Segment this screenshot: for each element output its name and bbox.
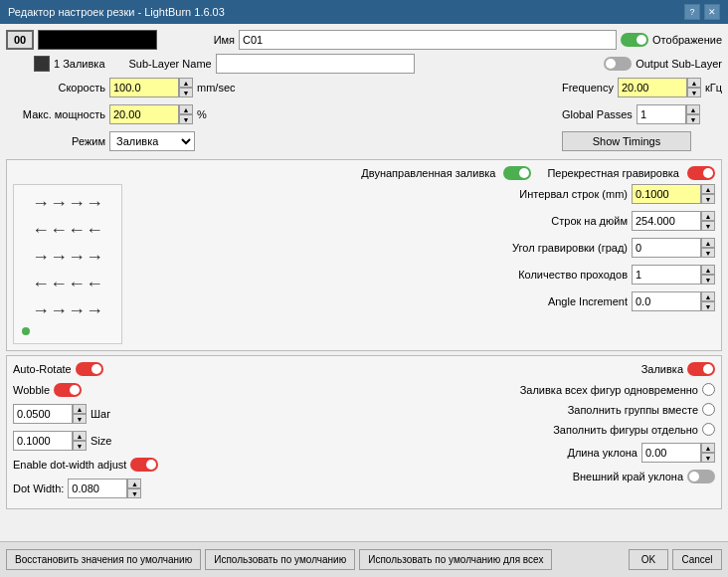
sublayer-row: 1 Заливка Sub-Layer Name Output Sub-Laye… — [6, 54, 722, 74]
fill-params: Интервал строк (mm) ▲ ▼ Строк на дюйм — [130, 184, 715, 344]
interval-row: Интервал строк (mm) ▲ ▼ — [130, 184, 715, 204]
fill-toggle-row: Заливка — [372, 362, 715, 376]
power-up[interactable]: ▲ — [179, 104, 193, 114]
crosshatch-toggle[interactable] — [687, 166, 715, 180]
dot-width-up[interactable]: ▲ — [127, 479, 141, 488]
power-row: Макс. мощность ▲ ▼ % — [6, 104, 236, 124]
power-label: Макс. мощность — [6, 108, 105, 120]
help-button[interactable]: ? — [684, 4, 700, 20]
global-passes-input[interactable] — [637, 104, 686, 124]
fill-group-radio[interactable] — [702, 403, 715, 416]
outer-edge-toggle[interactable] — [687, 470, 715, 483]
step-input[interactable] — [13, 404, 73, 424]
ramp-up[interactable]: ▲ — [701, 443, 715, 453]
fill-toggle[interactable] — [687, 362, 715, 376]
dot-width-input[interactable] — [68, 479, 127, 498]
step-row: ▲ ▼ Шаг — [13, 404, 356, 424]
ramp-input[interactable] — [641, 443, 701, 463]
size-row: ▲ ▼ Size — [13, 431, 356, 451]
angle-label: Угол гравировки (град) — [130, 242, 628, 254]
angle-down[interactable]: ▼ — [701, 248, 715, 258]
ramp-row: Длина уклона ▲ ▼ — [372, 443, 715, 463]
advanced-right: Заливка Заливка всех фигур одновременно … — [372, 362, 715, 502]
display-toggle[interactable] — [621, 33, 648, 47]
cancel-button[interactable]: Cancel — [672, 549, 722, 570]
fill-passes-down[interactable]: ▼ — [701, 275, 715, 285]
passes-down[interactable]: ▼ — [686, 114, 700, 124]
angle-input[interactable] — [632, 238, 701, 258]
angle-up[interactable]: ▲ — [701, 238, 715, 248]
freq-label: Frequency — [562, 82, 614, 94]
speed-unit: mm/sec — [197, 82, 236, 94]
fill-group-row: Заполнить группы вместе — [372, 403, 715, 416]
angle-incr-row: Angle Increment ▲ ▼ — [130, 291, 715, 311]
dot-width-down[interactable]: ▼ — [127, 488, 141, 498]
lpi-up[interactable]: ▲ — [701, 211, 715, 221]
interval-down[interactable]: ▼ — [701, 194, 715, 204]
close-button[interactable]: ✕ — [704, 4, 720, 20]
interval-up[interactable]: ▲ — [701, 184, 715, 194]
fill-passes-up[interactable]: ▲ — [701, 265, 715, 275]
freq-input-wrap: ▲ ▼ — [618, 78, 701, 97]
outer-edge-label: Внешний край уклона — [573, 471, 683, 482]
arrow-4: ←←←← — [32, 274, 103, 294]
fill-all-radio[interactable] — [702, 383, 715, 396]
reset-button[interactable]: Восстановить значения по умолчанию — [6, 549, 201, 570]
passes-label: Количество проходов — [130, 269, 628, 281]
enable-dot-label: Enable dot-width adjust — [13, 459, 126, 471]
ramp-down[interactable]: ▼ — [701, 453, 715, 463]
arrow-1: →→→→ — [32, 193, 103, 214]
lpi-input[interactable] — [632, 211, 701, 231]
fill-sep-radio[interactable] — [702, 423, 715, 436]
output-sublayer-toggle[interactable] — [604, 57, 632, 71]
speed-up[interactable]: ▲ — [179, 78, 193, 88]
size-input[interactable] — [13, 431, 73, 451]
show-timings-button[interactable]: Show Timings — [562, 131, 691, 151]
ramp-label: Длина уклона — [372, 447, 637, 459]
power-down[interactable]: ▼ — [179, 114, 193, 124]
angle-incr-down[interactable]: ▼ — [701, 301, 715, 311]
freq-unit: кГц — [705, 82, 722, 94]
fill-sep-row: Заполнить фигуры отдельно — [372, 423, 715, 436]
enable-dot-toggle[interactable] — [130, 458, 158, 472]
color-swatch[interactable] — [38, 30, 157, 50]
freq-input[interactable] — [618, 78, 687, 97]
auto-rotate-toggle[interactable] — [76, 362, 103, 376]
speed-input[interactable] — [109, 78, 179, 97]
mode-select[interactable]: Заливка — [109, 131, 195, 151]
arrow-2: ←←←← — [32, 220, 103, 241]
step-down[interactable]: ▼ — [73, 414, 87, 424]
fill-section: Двунаправленная заливка Перекрестная гра… — [6, 159, 722, 351]
angle-incr-up[interactable]: ▲ — [701, 291, 715, 301]
fill-all-row: Заливка всех фигур одновременно — [372, 383, 715, 396]
power-input[interactable] — [109, 104, 179, 124]
params-row: Скорость ▲ ▼ mm/sec Макс. мощность ▲ ▼ — [6, 78, 722, 155]
global-passes-label: Global Passes — [562, 108, 633, 120]
use-button[interactable]: Использовать по умолчанию — [205, 549, 355, 570]
speed-down[interactable]: ▼ — [179, 88, 193, 97]
size-down[interactable]: ▼ — [73, 441, 87, 451]
bidir-toggle[interactable] — [503, 166, 531, 180]
ok-button[interactable]: OK — [629, 549, 668, 570]
wobble-toggle[interactable] — [54, 383, 82, 397]
name-input[interactable] — [239, 30, 617, 50]
fill-label: Заливка — [641, 363, 683, 375]
global-passes-wrap: ▲ ▼ — [637, 104, 700, 124]
outer-edge-row: Внешний край уклона — [372, 470, 715, 483]
passes-up[interactable]: ▲ — [686, 104, 700, 114]
passes-input[interactable] — [632, 265, 701, 285]
angle-incr-input[interactable] — [632, 291, 701, 311]
freq-up[interactable]: ▲ — [687, 78, 701, 88]
step-label: Шаг — [91, 408, 110, 420]
sublayer-input[interactable] — [216, 54, 415, 74]
arrows-area: →→→→ ←←←← →→→→ ←←←← →→→→ — [13, 184, 122, 344]
layer-number: 00 — [6, 30, 34, 50]
use-all-button[interactable]: Использовать по умолчанию для всех — [359, 549, 552, 570]
crosshatch-label: Перекрестная гравировка — [547, 167, 679, 179]
freq-down[interactable]: ▼ — [687, 88, 701, 97]
speed-input-wrap: ▲ ▼ — [109, 78, 193, 97]
step-up[interactable]: ▲ — [73, 404, 87, 414]
lpi-down[interactable]: ▼ — [701, 221, 715, 231]
size-up[interactable]: ▲ — [73, 431, 87, 441]
interval-input[interactable] — [632, 184, 701, 204]
